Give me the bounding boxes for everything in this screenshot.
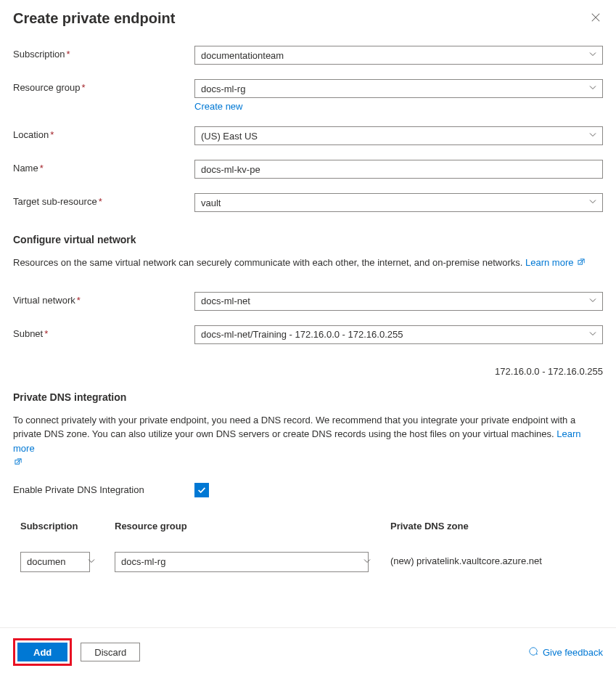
dns-col-subscription-header: Subscription bbox=[20, 521, 100, 532]
panel-footer: Add Discard Give feedback bbox=[0, 627, 616, 676]
dns-subscription-select[interactable]: documen bbox=[20, 552, 90, 572]
create-new-link[interactable]: Create new bbox=[194, 101, 242, 112]
add-button-highlight: Add bbox=[13, 638, 72, 666]
virtual-network-select[interactable]: docs-ml-net bbox=[194, 292, 603, 311]
dns-col-zone-header: Private DNS zone bbox=[390, 521, 596, 532]
svg-rect-1 bbox=[15, 460, 20, 465]
subnet-select[interactable]: docs-ml-net/Training - 172.16.0.0 - 172.… bbox=[194, 325, 603, 344]
enable-dns-checkbox[interactable] bbox=[194, 483, 209, 497]
dns-section-title: Private DNS integration bbox=[13, 391, 603, 403]
target-sub-resource-label: Target sub-resource* bbox=[13, 193, 194, 207]
vnet-learn-more-link[interactable]: Learn more bbox=[525, 257, 586, 268]
panel-header: Create private endpoint bbox=[13, 10, 603, 27]
external-link-icon bbox=[15, 455, 22, 463]
subnet-label: Subnet* bbox=[13, 325, 194, 339]
dns-table: Subscription documen Resource group docs… bbox=[13, 521, 603, 572]
panel-title: Create private endpoint bbox=[13, 10, 175, 27]
subscription-label: Subscription* bbox=[13, 46, 194, 60]
vnet-section-description: Resources on the same virtual network ca… bbox=[13, 256, 603, 270]
name-label: Name* bbox=[13, 160, 194, 174]
subscription-select[interactable]: documentationteam bbox=[194, 46, 603, 65]
location-label: Location* bbox=[13, 126, 194, 140]
dns-section-description: To connect privately with your private e… bbox=[13, 413, 603, 470]
location-select[interactable]: (US) East US bbox=[194, 126, 603, 145]
svg-rect-0 bbox=[578, 261, 583, 265]
subnet-range-text: 172.16.0.0 - 172.16.0.255 bbox=[13, 366, 603, 377]
dns-resource-group-select[interactable]: docs-ml-rg bbox=[115, 552, 369, 572]
enable-dns-label: Enable Private DNS Integration bbox=[13, 484, 194, 495]
add-button[interactable]: Add bbox=[17, 643, 67, 661]
external-link-icon bbox=[578, 256, 586, 264]
resource-group-label: Resource group* bbox=[13, 79, 194, 93]
dns-col-resource-group-header: Resource group bbox=[115, 521, 376, 532]
close-icon[interactable] bbox=[588, 10, 603, 25]
virtual-network-label: Virtual network* bbox=[13, 292, 194, 306]
give-feedback-link[interactable]: Give feedback bbox=[528, 646, 603, 659]
dns-zone-value: (new) privatelink.vaultcore.azure.net bbox=[390, 552, 596, 566]
target-sub-resource-select[interactable]: vault bbox=[194, 193, 603, 212]
discard-button[interactable]: Discard bbox=[81, 643, 140, 661]
resource-group-select[interactable]: docs-ml-rg bbox=[194, 79, 603, 98]
vnet-section-title: Configure virtual network bbox=[13, 234, 603, 245]
name-input[interactable] bbox=[194, 160, 603, 179]
feedback-icon bbox=[528, 646, 538, 659]
